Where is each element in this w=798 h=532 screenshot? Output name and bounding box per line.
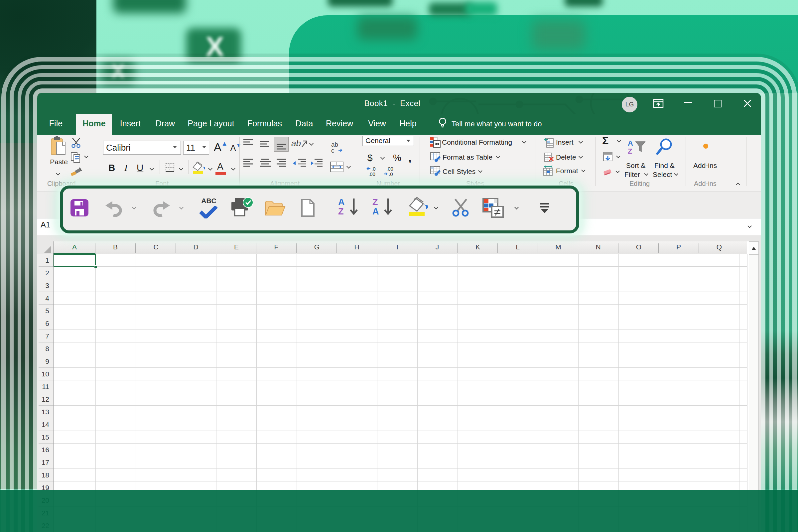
svg-text:.0: .0 (372, 166, 376, 172)
svg-text:.00: .00 (386, 166, 393, 172)
svg-text:ab: ab (291, 138, 301, 148)
svg-text:Z: Z (628, 147, 632, 155)
svg-text:A: A (628, 139, 633, 147)
svg-text:.0: .0 (389, 171, 393, 176)
svg-text:c: c (331, 147, 335, 153)
svg-text:.00: .00 (368, 171, 375, 176)
